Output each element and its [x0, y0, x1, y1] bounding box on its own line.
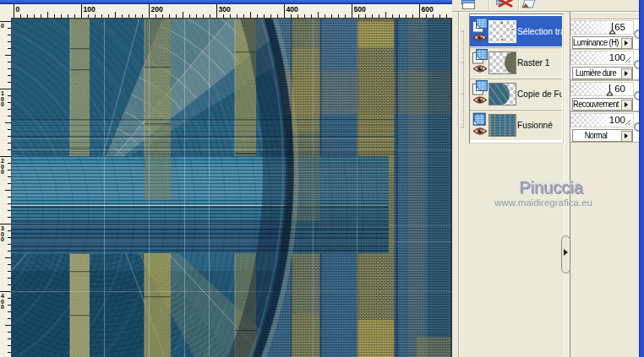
svg-text:0: 0 [16, 5, 20, 14]
svg-text:0: 0 [1, 101, 4, 107]
svg-text:200: 200 [151, 5, 163, 14]
svg-text:0: 0 [1, 304, 4, 310]
svg-text:300: 300 [219, 5, 231, 14]
svg-text:600: 600 [422, 5, 434, 14]
svg-text:0: 0 [1, 23, 4, 29]
svg-text:0: 0 [1, 169, 4, 175]
svg-text:100: 100 [84, 5, 96, 14]
svg-text:0: 0 [1, 236, 4, 242]
svg-text:400: 400 [287, 5, 298, 14]
svg-text:500: 500 [354, 5, 366, 14]
